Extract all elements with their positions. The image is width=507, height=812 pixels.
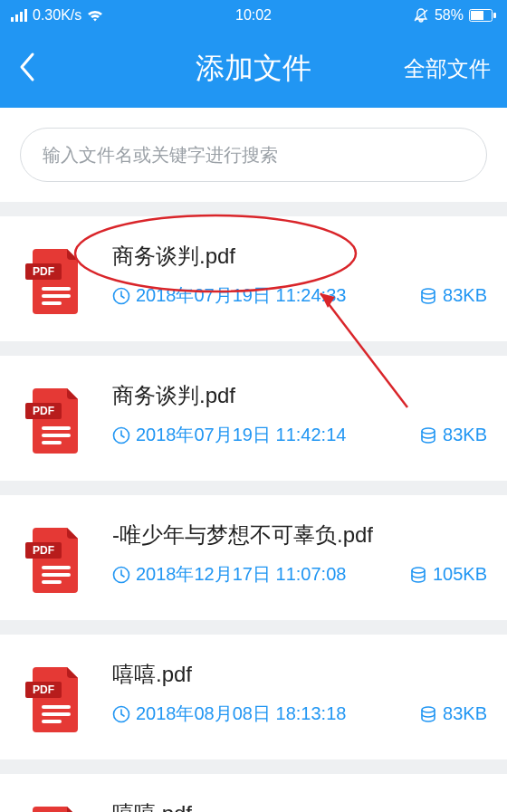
status-time: 10:02 <box>235 7 272 24</box>
file-info: 商务谈判.pdf 2018年07月19日 11:24:33 83KB <box>112 242 487 308</box>
file-meta: 2018年12月17日 11:07:08 105KB <box>112 562 487 587</box>
status-right: 58% <box>413 7 496 24</box>
bell-muted-icon <box>413 8 429 23</box>
battery-icon <box>469 9 496 22</box>
svg-text:PDF: PDF <box>33 265 54 278</box>
svg-rect-6 <box>471 11 483 20</box>
file-name: 商务谈判.pdf <box>112 242 487 271</box>
file-size: 83KB <box>419 285 487 306</box>
svg-rect-18 <box>42 434 71 437</box>
list-item[interactable]: PDF 嘻嘻.pdf 2018年08月08日 18:13:18 83KB <box>0 635 507 759</box>
svg-point-28 <box>412 568 425 573</box>
svg-rect-19 <box>42 441 62 444</box>
file-date: 2018年07月19日 11:24:33 <box>112 283 410 308</box>
svg-point-21 <box>422 428 435 434</box>
file-name: 嘻嘻.pdf <box>112 660 487 689</box>
list-item[interactable]: PDF 嘻嘻.pdf 2018年07月24日 14:27:20 83KB <box>0 774 507 812</box>
svg-rect-3 <box>24 9 27 22</box>
svg-rect-1 <box>15 14 18 22</box>
file-size-text: 105KB <box>433 564 487 585</box>
file-name: 嘻嘻.pdf <box>112 799 487 812</box>
file-size-text: 83KB <box>443 703 487 724</box>
svg-rect-0 <box>11 17 14 22</box>
app-header: 添加文件 全部文件 <box>0 30 507 108</box>
file-meta: 2018年07月19日 11:42:14 83KB <box>112 423 487 447</box>
list-item[interactable]: PDF 商务谈判.pdf 2018年07月19日 11:24:33 83KB <box>0 216 507 341</box>
svg-rect-24 <box>42 566 71 569</box>
clock-icon <box>112 566 130 584</box>
file-date-text: 2018年07月19日 11:24:33 <box>136 283 346 308</box>
svg-rect-11 <box>42 294 71 298</box>
page-title: 添加文件 <box>196 49 311 89</box>
file-date: 2018年07月19日 11:42:14 <box>112 423 410 447</box>
svg-rect-2 <box>20 12 23 22</box>
file-date-text: 2018年07月19日 11:42:14 <box>136 423 346 447</box>
file-meta: 2018年08月08日 18:13:18 83KB <box>112 702 487 726</box>
search-placeholder: 输入文件名或关键字进行搜索 <box>43 143 278 167</box>
svg-text:PDF: PDF <box>33 544 54 557</box>
svg-rect-25 <box>42 573 71 577</box>
file-size-text: 83KB <box>443 285 487 306</box>
file-info: 商务谈判.pdf 2018年07月19日 11:42:14 83KB <box>112 381 487 447</box>
pdf-icon: PDF <box>22 383 85 455</box>
svg-point-35 <box>422 707 435 712</box>
file-meta: 2018年07月19日 11:24:33 83KB <box>112 283 487 308</box>
file-size: 83KB <box>419 425 487 445</box>
svg-rect-7 <box>493 13 496 18</box>
pdf-icon: PDF <box>22 244 85 316</box>
file-date: 2018年12月17日 11:07:08 <box>112 562 400 587</box>
svg-rect-10 <box>42 287 71 291</box>
file-size: 105KB <box>409 564 487 585</box>
status-bar: 0.30K/s 10:02 58% <box>0 0 507 30</box>
storage-icon <box>419 287 437 305</box>
filter-all-files[interactable]: 全部文件 <box>404 54 491 83</box>
clock-icon <box>112 426 130 444</box>
storage-icon <box>419 426 437 444</box>
file-date: 2018年08月08日 18:13:18 <box>112 702 410 726</box>
svg-text:PDF: PDF <box>33 683 54 696</box>
pdf-icon: PDF <box>22 662 85 734</box>
net-speed: 0.30K/s <box>33 7 81 24</box>
status-left: 0.30K/s <box>11 7 103 24</box>
clock-icon <box>112 705 130 723</box>
storage-icon <box>419 705 437 723</box>
file-date-text: 2018年08月08日 18:13:18 <box>136 702 346 726</box>
svg-point-14 <box>422 289 435 294</box>
pdf-icon: PDF <box>22 522 85 595</box>
file-info: 嘻嘻.pdf 2018年08月08日 18:13:18 83KB <box>112 660 487 726</box>
svg-rect-31 <box>42 705 71 709</box>
search-container: 输入文件名或关键字进行搜索 <box>0 108 507 202</box>
svg-rect-33 <box>42 720 62 723</box>
svg-rect-26 <box>42 580 62 584</box>
wifi-icon <box>87 9 103 22</box>
svg-rect-32 <box>42 712 71 716</box>
battery-pct: 58% <box>435 7 464 24</box>
back-button[interactable] <box>16 51 36 88</box>
storage-icon <box>409 566 427 584</box>
search-input[interactable]: 输入文件名或关键字进行搜索 <box>20 128 487 182</box>
file-list: PDF 商务谈判.pdf 2018年07月19日 11:24:33 83KB <box>0 216 507 812</box>
signal-icon <box>11 9 27 22</box>
file-name: 商务谈判.pdf <box>112 381 487 410</box>
svg-rect-17 <box>42 426 71 430</box>
list-item[interactable]: PDF 商务谈判.pdf 2018年07月19日 11:42:14 83KB <box>0 356 507 481</box>
pdf-icon: PDF <box>22 801 85 812</box>
svg-rect-12 <box>42 301 62 305</box>
file-size: 83KB <box>419 703 487 724</box>
file-info: 嘻嘻.pdf 2018年07月24日 14:27:20 83KB <box>112 799 487 812</box>
file-date-text: 2018年12月17日 11:07:08 <box>136 562 346 587</box>
svg-text:PDF: PDF <box>33 405 54 417</box>
clock-icon <box>112 287 130 305</box>
file-name: -唯少年与梦想不可辜负.pdf <box>112 521 487 549</box>
list-item[interactable]: PDF -唯少年与梦想不可辜负.pdf 2018年12月17日 11:07:08… <box>0 495 507 620</box>
file-size-text: 83KB <box>443 425 487 445</box>
file-info: -唯少年与梦想不可辜负.pdf 2018年12月17日 11:07:08 105… <box>112 521 487 587</box>
